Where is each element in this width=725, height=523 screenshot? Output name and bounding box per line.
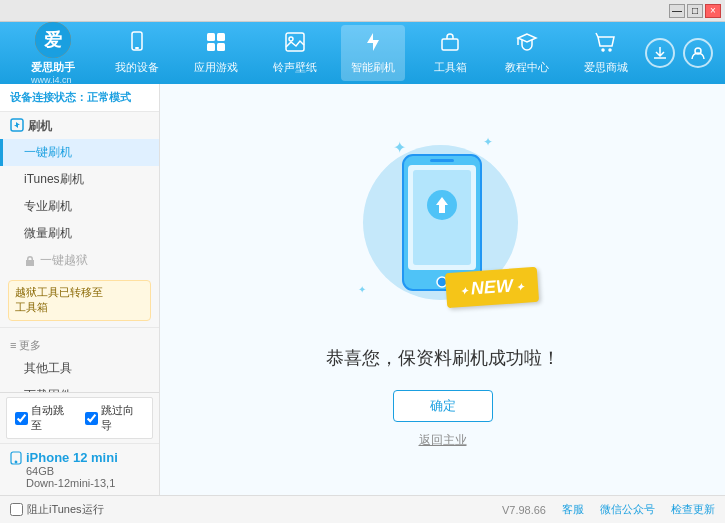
logo-icon: 爱 <box>35 22 71 58</box>
check-update-link[interactable]: 检查更新 <box>671 502 715 517</box>
stop-itunes-label: 阻止iTunes运行 <box>27 502 104 517</box>
sidebar-item-jailbreak-disabled: 一键越狱 <box>0 247 159 274</box>
nav-toolbox[interactable]: 工具箱 <box>420 25 480 81</box>
nav-my-device[interactable]: 我的设备 <box>105 25 169 81</box>
more-icon: ≡ <box>10 339 16 351</box>
svg-rect-7 <box>217 43 225 51</box>
nav-mall[interactable]: 爱思商城 <box>574 25 638 81</box>
sidebar-divider <box>0 327 159 328</box>
svg-rect-4 <box>207 33 215 41</box>
svg-rect-6 <box>207 43 215 51</box>
flash-icon <box>362 31 384 58</box>
confirm-button[interactable]: 确定 <box>393 390 493 422</box>
nav-tutorial[interactable]: 教程中心 <box>495 25 559 81</box>
sidebar-more-section: ≡ 更多 <box>0 332 159 355</box>
support-link[interactable]: 客服 <box>562 502 584 517</box>
sidebar-item-one-click-flash[interactable]: 一键刷机 <box>0 139 159 166</box>
sidebar-item-pro-flash[interactable]: 专业刷机 <box>0 193 159 220</box>
wallpaper-icon <box>284 31 306 58</box>
connection-status: 设备连接状态：正常模式 <box>0 84 159 112</box>
wechat-link[interactable]: 微信公众号 <box>600 502 655 517</box>
checkbox-auto-jump[interactable]: 自动跳至 <box>15 403 75 433</box>
svg-point-12 <box>609 49 611 51</box>
window-controls[interactable]: — □ × <box>669 4 721 18</box>
profile-button[interactable] <box>683 38 713 68</box>
device-firmware: Down-12mini-13,1 <box>10 477 149 489</box>
sidebar-item-micro-flash[interactable]: 微量刷机 <box>0 220 159 247</box>
content-area: ✦ ✦ ✦ <box>160 84 725 495</box>
nav-apps-games[interactable]: 应用游戏 <box>184 25 248 81</box>
auto-jump-checkbox[interactable] <box>15 412 28 425</box>
sidebar-item-other-tools[interactable]: 其他工具 <box>0 355 159 382</box>
stop-itunes-checkbox[interactable] <box>10 503 23 516</box>
nav-right-controls <box>645 38 713 68</box>
toolbox-icon <box>439 31 461 58</box>
bottom-bar: 阻止iTunes运行 V7.98.66 客服 微信公众号 检查更新 <box>0 495 725 523</box>
svg-point-16 <box>15 461 17 463</box>
sidebar: 设备连接状态：正常模式 刷机 一键刷机 iTunes刷机 专业刷机 微量刷机 <box>0 84 160 495</box>
apps-icon <box>205 31 227 58</box>
svg-rect-20 <box>430 159 454 162</box>
download-button[interactable] <box>645 38 675 68</box>
svg-rect-5 <box>217 33 225 41</box>
version-label: V7.98.66 <box>502 504 546 516</box>
sidebar-item-itunes-flash[interactable]: iTunes刷机 <box>0 166 159 193</box>
bottom-bar-right: V7.98.66 客服 微信公众号 检查更新 <box>502 502 715 517</box>
logo: 爱 爱思助手 www.i4.cn <box>8 22 98 85</box>
minimize-button[interactable]: — <box>669 4 685 18</box>
checkbox-skip-guide[interactable]: 跳过向导 <box>85 403 145 433</box>
checkboxes-container: 自动跳至 跳过向导 <box>6 397 153 439</box>
flash-section-icon <box>10 118 24 135</box>
title-bar: — □ × <box>0 0 725 22</box>
tutorial-icon <box>516 31 538 58</box>
device-section: iPhone 12 mini 64GB Down-12mini-13,1 <box>0 443 159 495</box>
top-nav: 爱 爱思助手 www.i4.cn 我的设备 应用游戏 铃声壁纸 <box>0 22 725 84</box>
sparkle-bottom-left: ✦ <box>358 284 366 295</box>
svg-point-11 <box>602 49 604 51</box>
device-icon <box>126 31 148 58</box>
maximize-button[interactable]: □ <box>687 4 703 18</box>
device-name: iPhone 12 mini <box>10 450 149 465</box>
mall-icon <box>595 31 617 58</box>
close-button[interactable]: × <box>705 4 721 18</box>
skip-guide-checkbox[interactable] <box>85 412 98 425</box>
sparkle-top-right: ✦ <box>483 135 493 149</box>
stop-itunes-container: 阻止iTunes运行 <box>10 502 104 517</box>
nav-items: 我的设备 应用游戏 铃声壁纸 智能刷机 工具箱 <box>98 25 645 81</box>
svg-rect-10 <box>442 39 458 50</box>
svg-point-9 <box>289 37 293 41</box>
svg-rect-3 <box>135 47 139 49</box>
nav-smart-flash[interactable]: 智能刷机 <box>341 25 405 81</box>
new-badge: ✦ NEW ✦ <box>445 267 539 308</box>
illustration-container: ✦ ✦ ✦ <box>343 130 543 330</box>
notice-box: 越狱工具已转移至 工具箱 <box>8 280 151 321</box>
svg-text:爱: 爱 <box>44 30 62 50</box>
back-home-link[interactable]: 返回主业 <box>419 432 467 449</box>
sidebar-item-download-firmware[interactable]: 下载固件 <box>0 382 159 392</box>
sidebar-flash-section: 刷机 <box>0 112 159 139</box>
success-text: 恭喜您，保资料刷机成功啦！ <box>326 346 560 370</box>
device-storage: 64GB <box>10 465 149 477</box>
nav-wallpaper[interactable]: 铃声壁纸 <box>263 25 327 81</box>
logo-text: 爱思助手 www.i4.cn <box>31 60 75 85</box>
